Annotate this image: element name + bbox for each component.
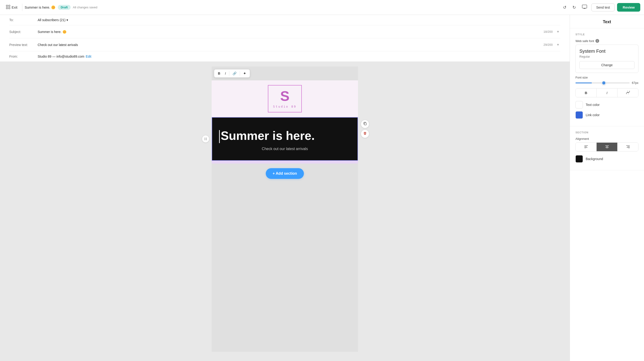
- subject-row: Subject: Summer is here. 🌼 18/200 ✦: [9, 25, 560, 38]
- hero-subtext: Check out our latest arrivals: [219, 147, 350, 151]
- undo-button[interactable]: ↺: [561, 3, 568, 12]
- hero-text: Summer is here.: [219, 129, 350, 143]
- align-left-button[interactable]: [576, 143, 596, 151]
- logo-section-wrap: B I 🔗 ✦ S Studio 89: [212, 66, 358, 117]
- right-panel: Text STYLE Web safe font i System Font R…: [570, 15, 644, 361]
- toolbar-divider2: [240, 71, 240, 76]
- text-color-label: Text color: [586, 103, 600, 107]
- add-section-wrap: + Add section: [212, 164, 358, 184]
- alignment-label: Alignment: [576, 137, 638, 140]
- bold-format-button[interactable]: B: [576, 88, 596, 97]
- review-label: Review: [623, 5, 635, 9]
- info-icon: i: [596, 39, 599, 43]
- copy-icon: [363, 122, 367, 126]
- link-color-label: Link color: [586, 113, 600, 117]
- email-canvas: B I 🔗 ✦ S Studio 89: [212, 66, 358, 352]
- to-label: To:: [9, 18, 35, 22]
- svg-point-7: [205, 139, 205, 139]
- link-format-button[interactable]: [618, 88, 638, 97]
- subject-char-count: 18/200: [544, 30, 553, 34]
- background-label: Background: [586, 157, 603, 161]
- change-font-button[interactable]: Change: [580, 61, 634, 69]
- toolbar-italic-button[interactable]: I: [223, 70, 228, 76]
- copy-section-button[interactable]: [361, 120, 369, 128]
- from-label: From:: [9, 54, 35, 58]
- draft-badge: Draft: [58, 5, 70, 10]
- review-button[interactable]: Review: [617, 3, 640, 12]
- doc-title: Summer is here. 🌼: [25, 5, 56, 10]
- redo-button[interactable]: ↻: [570, 3, 578, 12]
- svg-rect-11: [364, 123, 366, 125]
- svg-rect-0: [6, 5, 8, 6]
- exit-button[interactable]: Exit: [4, 4, 20, 11]
- text-color-swatch[interactable]: [576, 101, 583, 108]
- topbar-left: Exit Summer is here. 🌼 Draft All changes…: [4, 4, 97, 11]
- preview-button[interactable]: [580, 3, 589, 12]
- svg-rect-2: [8, 5, 10, 6]
- web-safe-font-label: Web safe font i: [576, 39, 638, 43]
- toolbar-ai-button[interactable]: ✦: [242, 70, 248, 76]
- topbar-divider: [22, 4, 22, 11]
- text-color-row: Text color: [576, 101, 638, 108]
- panel-title: Text: [576, 20, 638, 24]
- delete-section-button[interactable]: [361, 130, 369, 138]
- align-right-button[interactable]: [618, 143, 638, 151]
- style-section-title: STYLE: [576, 33, 638, 36]
- add-section-label: + Add section: [273, 172, 297, 176]
- panel-header: Text: [570, 15, 644, 28]
- logo-section[interactable]: S Studio 89: [212, 80, 358, 117]
- center-panel: To: All subscribers (21) ▾ Subject: Summ…: [0, 15, 570, 361]
- subject-value: Summer is here. 🌼: [38, 30, 540, 34]
- font-name: System Font: [580, 48, 634, 54]
- logo-box: S Studio 89: [268, 85, 302, 112]
- toolbar-bold-button[interactable]: B: [216, 70, 222, 76]
- preview-label: Preview text:: [9, 43, 35, 47]
- section-panel: SECTION Alignment Background: [570, 126, 644, 170]
- font-size-label: Font size: [576, 76, 638, 79]
- section-panel-title: SECTION: [576, 131, 638, 134]
- main-layout: To: All subscribers (21) ▾ Subject: Summ…: [0, 15, 644, 361]
- svg-point-5: [205, 138, 205, 138]
- text-cursor: [219, 130, 220, 143]
- send-test-label: Send test: [596, 6, 610, 9]
- preview-ai-button[interactable]: ✦: [556, 42, 560, 48]
- exit-label: Exit: [12, 5, 18, 9]
- subscribers-dropdown[interactable]: All subscribers (21) ▾: [38, 18, 68, 22]
- delete-icon: [363, 132, 367, 136]
- subject-label: Subject:: [9, 30, 35, 34]
- section-drag-handle[interactable]: [202, 135, 209, 143]
- background-color-swatch[interactable]: [576, 155, 583, 162]
- email-meta: To: All subscribers (21) ▾ Subject: Summ…: [0, 15, 570, 62]
- from-edit-link[interactable]: Edit: [86, 54, 91, 58]
- background-row: Background: [576, 155, 638, 162]
- italic-format-button[interactable]: I: [596, 88, 618, 97]
- topbar: Exit Summer is here. 🌼 Draft All changes…: [0, 0, 644, 15]
- from-value: Studio 89 — info@studio89.com Edit: [38, 54, 560, 58]
- svg-point-10: [206, 140, 206, 140]
- toolbar-link-button[interactable]: 🔗: [231, 70, 238, 76]
- svg-point-8: [206, 139, 206, 139]
- send-test-button[interactable]: Send test: [591, 4, 615, 12]
- align-center-button[interactable]: [596, 143, 618, 151]
- from-name: Studio 89 — info@studio89.com: [38, 54, 84, 58]
- preview-value: Check out our latest arrivals: [38, 43, 540, 47]
- font-style: Regular: [580, 55, 634, 58]
- font-size-value: 67px: [632, 81, 638, 84]
- logo-letter: S: [273, 89, 296, 103]
- svg-rect-1: [6, 8, 8, 9]
- font-size-slider[interactable]: [576, 82, 630, 84]
- chevron-down-icon: ▾: [66, 18, 68, 22]
- hero-section[interactable]: Summer is here. Check out our latest arr…: [212, 117, 358, 161]
- add-section-button[interactable]: + Add section: [266, 168, 304, 179]
- subject-ai-button[interactable]: ✦: [556, 28, 560, 35]
- link-color-swatch[interactable]: [576, 111, 583, 119]
- svg-point-9: [205, 140, 205, 140]
- subscribers-value: All subscribers (21): [38, 18, 66, 22]
- alignment-buttons: [576, 142, 638, 152]
- footer-strip: [212, 161, 358, 164]
- font-size-row: 67px: [576, 81, 638, 84]
- from-row: From: Studio 89 — info@studio89.com Edit: [9, 51, 560, 62]
- format-buttons: B I: [576, 88, 638, 97]
- exit-icon: [6, 5, 10, 10]
- saved-status: All changes saved: [73, 6, 98, 9]
